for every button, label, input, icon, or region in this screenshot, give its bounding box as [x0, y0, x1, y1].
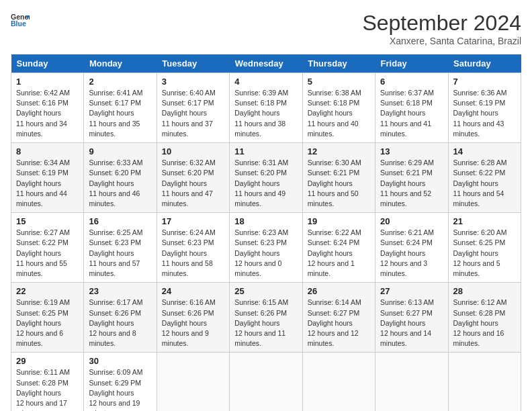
- day-number: 1: [16, 77, 79, 87]
- day-info: Sunrise: 6:12 AM Sunset: 6:28 PM Dayligh…: [453, 298, 516, 349]
- day-of-week-header: Monday: [84, 54, 157, 73]
- day-number: 9: [89, 146, 151, 156]
- calendar-cell: 13 Sunrise: 6:29 AM Sunset: 6:21 PM Dayl…: [375, 143, 448, 213]
- calendar-cell: 7 Sunrise: 6:36 AM Sunset: 6:19 PM Dayli…: [448, 73, 521, 143]
- day-number: 28: [453, 286, 516, 296]
- day-number: 10: [162, 146, 224, 156]
- day-info: Sunrise: 6:40 AM Sunset: 6:17 PM Dayligh…: [162, 88, 224, 139]
- calendar-week-row: 22 Sunrise: 6:19 AM Sunset: 6:25 PM Dayl…: [11, 283, 521, 353]
- calendar-cell: 20 Sunrise: 6:21 AM Sunset: 6:24 PM Dayl…: [375, 213, 448, 283]
- day-info: Sunrise: 6:29 AM Sunset: 6:21 PM Dayligh…: [380, 158, 443, 209]
- calendar-cell: 21 Sunrise: 6:20 AM Sunset: 6:25 PM Dayl…: [448, 213, 521, 283]
- page-header: General Blue September 2024 Xanxere, San…: [11, 11, 521, 46]
- calendar-cell: 3 Sunrise: 6:40 AM Sunset: 6:17 PM Dayli…: [157, 73, 229, 143]
- calendar-cell: [230, 353, 302, 411]
- day-info: Sunrise: 6:34 AM Sunset: 6:19 PM Dayligh…: [16, 158, 79, 209]
- day-number: 25: [234, 286, 297, 296]
- calendar-week-row: 1 Sunrise: 6:42 AM Sunset: 6:16 PM Dayli…: [11, 73, 521, 143]
- location-subtitle: Xanxere, Santa Catarina, Brazil: [362, 36, 521, 46]
- calendar-cell: 15 Sunrise: 6:27 AM Sunset: 6:22 PM Dayl…: [11, 213, 84, 283]
- day-info: Sunrise: 6:25 AM Sunset: 6:23 PM Dayligh…: [89, 228, 151, 279]
- calendar-cell: 10 Sunrise: 6:32 AM Sunset: 6:20 PM Dayl…: [157, 143, 229, 213]
- day-number: 15: [16, 216, 79, 226]
- day-number: 20: [380, 216, 443, 226]
- logo-icon: General Blue: [11, 11, 30, 30]
- day-info: Sunrise: 6:41 AM Sunset: 6:17 PM Dayligh…: [89, 88, 151, 139]
- day-info: Sunrise: 6:32 AM Sunset: 6:20 PM Dayligh…: [162, 158, 224, 209]
- day-number: 27: [380, 286, 443, 296]
- calendar-week-row: 29 Sunrise: 6:11 AM Sunset: 6:28 PM Dayl…: [11, 353, 521, 411]
- calendar-cell: 25 Sunrise: 6:15 AM Sunset: 6:26 PM Dayl…: [230, 283, 302, 353]
- calendar-header-row: SundayMondayTuesdayWednesdayThursdayFrid…: [11, 54, 521, 73]
- calendar-cell: 5 Sunrise: 6:38 AM Sunset: 6:18 PM Dayli…: [302, 73, 375, 143]
- day-number: 13: [380, 146, 443, 156]
- day-info: Sunrise: 6:16 AM Sunset: 6:26 PM Dayligh…: [162, 298, 224, 349]
- day-info: Sunrise: 6:17 AM Sunset: 6:26 PM Dayligh…: [89, 298, 151, 349]
- day-info: Sunrise: 6:30 AM Sunset: 6:21 PM Dayligh…: [308, 158, 370, 209]
- day-number: 11: [234, 146, 297, 156]
- calendar-body: 1 Sunrise: 6:42 AM Sunset: 6:16 PM Dayli…: [11, 73, 521, 412]
- calendar-cell: 24 Sunrise: 6:16 AM Sunset: 6:26 PM Dayl…: [157, 283, 229, 353]
- calendar-cell: 26 Sunrise: 6:14 AM Sunset: 6:27 PM Dayl…: [302, 283, 375, 353]
- title-block: September 2024 Xanxere, Santa Catarina, …: [362, 11, 521, 46]
- day-number: 5: [308, 77, 370, 87]
- calendar-cell: 22 Sunrise: 6:19 AM Sunset: 6:25 PM Dayl…: [11, 283, 84, 353]
- calendar-week-row: 8 Sunrise: 6:34 AM Sunset: 6:19 PM Dayli…: [11, 143, 521, 213]
- calendar-cell: 12 Sunrise: 6:30 AM Sunset: 6:21 PM Dayl…: [302, 143, 375, 213]
- calendar-table: SundayMondayTuesdayWednesdayThursdayFrid…: [11, 54, 521, 411]
- calendar-cell: 6 Sunrise: 6:37 AM Sunset: 6:18 PM Dayli…: [375, 73, 448, 143]
- day-number: 23: [89, 286, 151, 296]
- day-info: Sunrise: 6:37 AM Sunset: 6:18 PM Dayligh…: [380, 88, 443, 139]
- calendar-cell: 2 Sunrise: 6:41 AM Sunset: 6:17 PM Dayli…: [84, 73, 157, 143]
- calendar-cell: 9 Sunrise: 6:33 AM Sunset: 6:20 PM Dayli…: [84, 143, 157, 213]
- calendar-cell: 28 Sunrise: 6:12 AM Sunset: 6:28 PM Dayl…: [448, 283, 521, 353]
- calendar-cell: [375, 353, 448, 411]
- day-info: Sunrise: 6:14 AM Sunset: 6:27 PM Dayligh…: [308, 298, 370, 349]
- day-number: 4: [234, 77, 297, 87]
- day-info: Sunrise: 6:31 AM Sunset: 6:20 PM Dayligh…: [234, 158, 297, 209]
- day-number: 17: [162, 216, 224, 226]
- calendar-cell: 14 Sunrise: 6:28 AM Sunset: 6:22 PM Dayl…: [448, 143, 521, 213]
- day-number: 6: [380, 77, 443, 87]
- calendar-cell: 23 Sunrise: 6:17 AM Sunset: 6:26 PM Dayl…: [84, 283, 157, 353]
- day-info: Sunrise: 6:22 AM Sunset: 6:24 PM Dayligh…: [308, 228, 370, 279]
- day-info: Sunrise: 6:15 AM Sunset: 6:26 PM Dayligh…: [234, 298, 297, 349]
- day-info: Sunrise: 6:39 AM Sunset: 6:18 PM Dayligh…: [234, 88, 297, 139]
- svg-text:Blue: Blue: [11, 19, 26, 28]
- day-number: 2: [89, 77, 151, 87]
- calendar-cell: 1 Sunrise: 6:42 AM Sunset: 6:16 PM Dayli…: [11, 73, 84, 143]
- day-number: 16: [89, 216, 151, 226]
- day-info: Sunrise: 6:42 AM Sunset: 6:16 PM Dayligh…: [16, 88, 79, 139]
- day-number: 8: [16, 146, 79, 156]
- calendar-cell: [302, 353, 375, 411]
- day-info: Sunrise: 6:11 AM Sunset: 6:28 PM Dayligh…: [16, 367, 79, 411]
- day-number: 12: [308, 146, 370, 156]
- day-info: Sunrise: 6:23 AM Sunset: 6:23 PM Dayligh…: [234, 228, 297, 279]
- day-info: Sunrise: 6:36 AM Sunset: 6:19 PM Dayligh…: [453, 88, 516, 139]
- day-of-week-header: Tuesday: [157, 54, 229, 73]
- month-title: September 2024: [362, 11, 521, 36]
- day-number: 3: [162, 77, 224, 87]
- day-info: Sunrise: 6:20 AM Sunset: 6:25 PM Dayligh…: [453, 228, 516, 279]
- day-number: 21: [453, 216, 516, 226]
- day-number: 22: [16, 286, 79, 296]
- calendar-cell: 4 Sunrise: 6:39 AM Sunset: 6:18 PM Dayli…: [230, 73, 302, 143]
- day-of-week-header: Saturday: [448, 54, 521, 73]
- calendar-cell: 27 Sunrise: 6:13 AM Sunset: 6:27 PM Dayl…: [375, 283, 448, 353]
- day-number: 14: [453, 146, 516, 156]
- day-number: 7: [453, 77, 516, 87]
- calendar-week-row: 15 Sunrise: 6:27 AM Sunset: 6:22 PM Dayl…: [11, 213, 521, 283]
- day-info: Sunrise: 6:24 AM Sunset: 6:23 PM Dayligh…: [162, 228, 224, 279]
- day-info: Sunrise: 6:19 AM Sunset: 6:25 PM Dayligh…: [16, 298, 79, 349]
- day-info: Sunrise: 6:13 AM Sunset: 6:27 PM Dayligh…: [380, 298, 443, 349]
- day-info: Sunrise: 6:38 AM Sunset: 6:18 PM Dayligh…: [308, 88, 370, 139]
- day-of-week-header: Wednesday: [230, 54, 302, 73]
- calendar-cell: 29 Sunrise: 6:11 AM Sunset: 6:28 PM Dayl…: [11, 353, 84, 411]
- day-info: Sunrise: 6:28 AM Sunset: 6:22 PM Dayligh…: [453, 158, 516, 209]
- calendar-cell: 8 Sunrise: 6:34 AM Sunset: 6:19 PM Dayli…: [11, 143, 84, 213]
- day-info: Sunrise: 6:33 AM Sunset: 6:20 PM Dayligh…: [89, 158, 151, 209]
- day-info: Sunrise: 6:21 AM Sunset: 6:24 PM Dayligh…: [380, 228, 443, 279]
- logo: General Blue: [11, 11, 30, 30]
- calendar-cell: [157, 353, 229, 411]
- day-info: Sunrise: 6:27 AM Sunset: 6:22 PM Dayligh…: [16, 228, 79, 279]
